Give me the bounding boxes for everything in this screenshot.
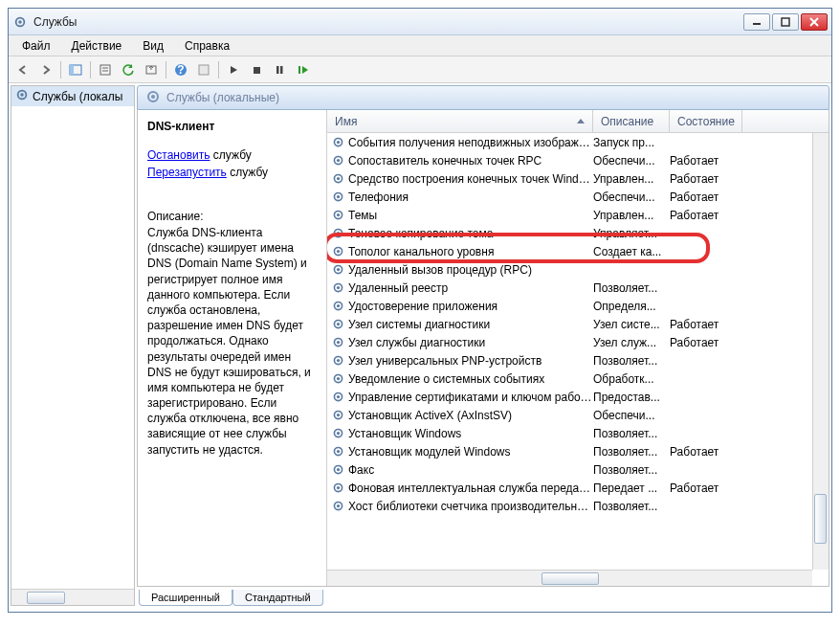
tab-extended[interactable]: Расширенный	[139, 590, 232, 606]
service-state: Работает	[670, 190, 742, 204]
service-row[interactable]: Тополог канального уровняСоздает ка...	[327, 242, 829, 260]
svg-point-22	[151, 95, 155, 99]
gear-icon	[12, 14, 28, 30]
service-row[interactable]: ФаксПозволяет...	[327, 460, 829, 479]
stop-link[interactable]: Остановить	[147, 148, 210, 162]
pause-service-button[interactable]	[269, 59, 290, 80]
service-name: Управление сертификатами и ключом работо…	[348, 391, 593, 404]
svg-point-58	[336, 450, 339, 453]
service-name: События получения неподвижных изображени…	[348, 136, 593, 149]
start-service-button[interactable]	[223, 59, 244, 80]
service-row[interactable]: Хост библиотеки счетчика производительно…	[327, 497, 829, 515]
close-button[interactable]	[801, 13, 828, 31]
gear-icon	[331, 209, 344, 221]
svg-rect-7	[70, 65, 74, 75]
svg-point-40	[336, 286, 339, 289]
svg-point-54	[336, 414, 339, 416]
back-button[interactable]	[12, 59, 33, 80]
services-list: Имя Описание Состояние События получения…	[327, 110, 829, 586]
svg-point-62	[336, 486, 339, 489]
menu-help[interactable]: Справка	[175, 37, 239, 55]
view-tabs: Расширенный Стандартный	[137, 587, 829, 606]
tree-root-item[interactable]: Службы (локалы	[11, 86, 134, 106]
svg-point-52	[336, 395, 339, 398]
restart-link[interactable]: Перезапустить	[147, 166, 227, 179]
detail-pane: DNS-клиент Остановить службу Перезапусти…	[138, 110, 327, 586]
column-description[interactable]: Описание	[593, 110, 670, 132]
service-row[interactable]: Установщик модулей WindowsПозволяет...Ра…	[327, 442, 829, 460]
service-row[interactable]: События получения неподвижных изображени…	[327, 133, 829, 151]
service-row[interactable]: Установщик ActiveX (AxInstSV)Обеспечи...	[327, 406, 829, 424]
stop-service-button[interactable]	[246, 59, 267, 80]
gear-icon	[331, 136, 344, 148]
service-row[interactable]: ТемыУправлен...Работает	[327, 206, 829, 224]
maximize-button[interactable]	[772, 13, 799, 31]
svg-point-42	[336, 304, 339, 307]
service-row[interactable]: Установщик WindowsПозволяет...	[327, 424, 829, 442]
service-name: Установщик модулей Windows	[348, 445, 593, 459]
svg-point-64	[336, 504, 339, 507]
minimize-button[interactable]	[743, 13, 770, 31]
svg-point-30	[336, 195, 339, 198]
gear-icon	[331, 154, 344, 167]
svg-rect-16	[276, 66, 279, 74]
service-state: Работает	[670, 481, 742, 495]
service-desc: Обеспечи...	[593, 190, 670, 204]
vertical-scrollbar[interactable]	[812, 133, 829, 570]
service-row[interactable]: Узел системы диагностикиУзел систе...Раб…	[327, 315, 829, 333]
service-desc: Позволяет...	[593, 281, 670, 295]
service-row[interactable]: Сопоставитель конечных точек RPCОбеспечи…	[327, 151, 829, 169]
selected-service-name: DNS-клиент	[147, 120, 317, 133]
service-state: Работает	[670, 336, 742, 349]
service-row[interactable]: Уведомление о системных событияхОбработк…	[327, 369, 829, 388]
menu-action[interactable]: Действие	[62, 37, 132, 55]
service-desc: Позволяет...	[593, 500, 670, 513]
service-desc: Обеспечи...	[593, 409, 670, 422]
service-state: Работает	[670, 209, 742, 222]
svg-point-24	[336, 141, 339, 144]
gear-icon	[331, 427, 344, 439]
export-button[interactable]	[141, 59, 162, 80]
service-row[interactable]: Удостоверение приложенияОпределя...	[327, 297, 829, 315]
help-button[interactable]: ?	[170, 59, 191, 80]
service-desc: Позволяет...	[593, 445, 670, 459]
menu-view[interactable]: Вид	[133, 37, 173, 55]
svg-point-46	[336, 341, 339, 344]
service-row[interactable]: Удаленный реестрПозволяет...	[327, 279, 829, 297]
restart-service-button[interactable]	[292, 59, 313, 80]
titlebar[interactable]: Службы	[9, 9, 831, 35]
service-row[interactable]: ТелефонияОбеспечи...Работает	[327, 188, 829, 206]
horizontal-scrollbar[interactable]	[327, 570, 812, 586]
tree-scrollbar[interactable]	[11, 589, 134, 605]
gear-icon	[145, 89, 161, 107]
service-row[interactable]: Управление сертификатами и ключом работо…	[327, 388, 829, 406]
refresh-button[interactable]	[118, 59, 139, 80]
tab-standard[interactable]: Стандартный	[232, 590, 323, 606]
service-name: Узел системы диагностики	[348, 318, 593, 331]
svg-rect-17	[280, 66, 283, 74]
service-name: Удаленный реестр	[348, 281, 593, 295]
service-row[interactable]: Узел службы диагностикиУзел служ...Работ…	[327, 333, 829, 351]
svg-point-32	[336, 213, 339, 216]
properties-button[interactable]	[95, 59, 116, 80]
column-state[interactable]: Состояние	[670, 110, 742, 132]
service-name: Установщик ActiveX (AxInstSV)	[348, 409, 593, 422]
service-desc: Позволяет...	[593, 354, 670, 368]
service-desc: Создает ка...	[593, 245, 670, 258]
forward-button[interactable]	[35, 59, 56, 80]
service-row[interactable]: Фоновая интеллектуальная служба передачи…	[327, 479, 829, 497]
service-name: Средство построения конечных точек Windo…	[348, 172, 593, 186]
show-hide-tree-button[interactable]	[65, 59, 86, 80]
help2-button[interactable]	[193, 59, 214, 80]
service-state: Работает	[670, 154, 742, 168]
menu-file[interactable]: Файл	[12, 37, 60, 55]
service-row[interactable]: Средство построения конечных точек Windo…	[327, 169, 829, 188]
services-window: Службы Файл Действие Вид Справка ?	[8, 8, 832, 613]
gear-icon	[331, 336, 344, 348]
service-row[interactable]: Удаленный вызов процедур (RPC)	[327, 260, 829, 279]
gear-icon	[331, 445, 344, 458]
service-name: Удаленный вызов процедур (RPC)	[348, 263, 593, 277]
service-row[interactable]: Узел универсальных PNP-устройствПозволяе…	[327, 351, 829, 369]
column-name[interactable]: Имя	[327, 110, 593, 132]
service-row[interactable]: Теневое копирование томаУправляет...	[327, 224, 829, 242]
